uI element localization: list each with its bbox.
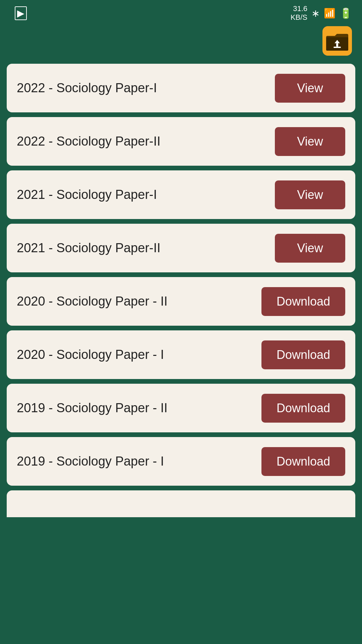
list-item: 2021 - Sociology Paper-IIView [7, 224, 355, 272]
download-folder-button[interactable] [322, 26, 352, 56]
svg-rect-3 [336, 43, 338, 47]
battery-icon: 🔋 [340, 7, 352, 19]
chapter-title: 2020 - Sociology Paper - I [17, 347, 261, 362]
status-bar: ▶ 31.6KB/S ∗ 📶 🔋 [0, 0, 362, 23]
view-button[interactable]: View [275, 127, 345, 156]
list-item: 2022 - Sociology Paper-IIView [7, 117, 355, 166]
chapter-title: 2021 - Sociology Paper-II [17, 241, 275, 255]
download-button[interactable]: Download [261, 447, 345, 476]
status-time-area: ▶ [10, 6, 27, 20]
list-item: 2020 - Sociology Paper - IDownload [7, 330, 355, 379]
download-button[interactable]: Download [261, 394, 345, 423]
chapter-title: 2019 - Sociology Paper - II [17, 401, 261, 415]
chapter-title: 2019 - Sociology Paper - I [17, 454, 261, 469]
network-speed: 31.6KB/S [291, 4, 307, 22]
svg-rect-4 [334, 47, 341, 48]
chapter-title: 2020 - Sociology Paper - II [17, 294, 261, 309]
media-play-icon: ▶ [15, 6, 27, 20]
chapter-title: 2021 - Sociology Paper-I [17, 187, 275, 202]
view-button[interactable]: View [275, 180, 345, 209]
status-icons: 31.6KB/S ∗ 📶 🔋 [291, 4, 352, 22]
download-button[interactable]: Download [261, 340, 345, 369]
list-item: 2022 - Sociology Paper-IView [7, 64, 355, 112]
list-item: 2019 - Sociology Paper - IIDownload [7, 384, 355, 432]
signal-icon: 📶 [324, 8, 336, 19]
view-button[interactable]: View [275, 234, 345, 263]
folder-download-icon [325, 31, 349, 51]
chapter-title: 2022 - Sociology Paper-I [17, 81, 275, 95]
list-item: 2021 - Sociology Paper-IView [7, 170, 355, 219]
list-item: 2020 - Sociology Paper - IIDownload [7, 277, 355, 326]
chapters-list: 2022 - Sociology Paper-IView2022 - Socio… [0, 60, 362, 524]
list-item: 2019 - Sociology Paper - IDownload [7, 437, 355, 486]
view-button[interactable]: View [275, 74, 345, 103]
download-button[interactable]: Download [261, 287, 345, 316]
chapter-title: 2022 - Sociology Paper-II [17, 134, 275, 149]
toolbar [0, 23, 362, 60]
bluetooth-icon: ∗ [311, 7, 320, 19]
list-item-partial [7, 490, 355, 517]
